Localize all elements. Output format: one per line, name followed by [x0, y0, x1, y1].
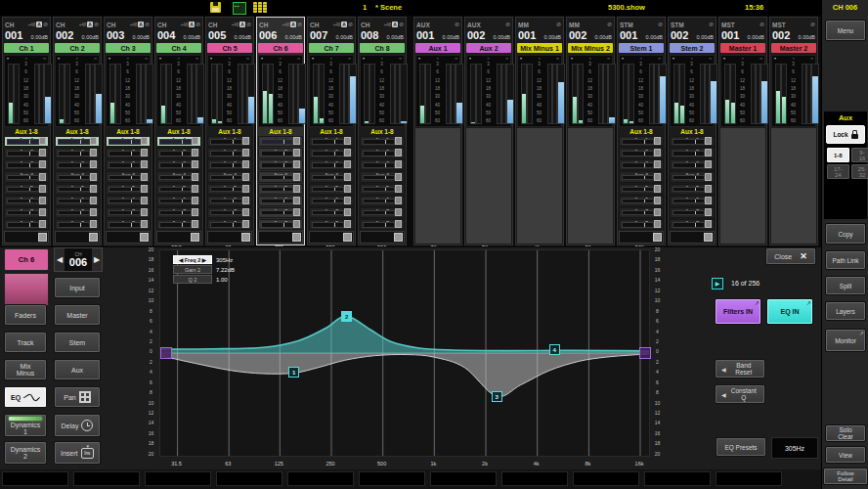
aux-send-row[interactable]: Aux 3: [156, 159, 201, 170]
aux-send-knob[interactable]: [344, 137, 351, 145]
channel-strip-ch007[interactable]: CH +48 A ⊘ 007 0.00dB Ch 7 ▾○▫▫ 36121830…: [307, 17, 356, 245]
aux-send-slider[interactable]: [159, 139, 192, 145]
aux-send-row[interactable]: Aux 4: [4, 171, 49, 182]
fader-display-box[interactable]: [501, 471, 568, 486]
aux-send-row[interactable]: Aux 5: [4, 184, 49, 195]
strip-name-label[interactable]: Ch 8: [360, 43, 405, 53]
save-icon[interactable]: [210, 2, 221, 13]
aux-send-slider[interactable]: [673, 151, 705, 156]
strip-name-label[interactable]: Master 1: [720, 43, 765, 53]
aux-send-row[interactable]: Aux 7: [670, 207, 715, 218]
close-button[interactable]: Close ✕: [765, 247, 816, 265]
previous-channel-button[interactable]: ◀: [55, 248, 65, 271]
channel-strip-ch002[interactable]: CH +48 A ⊘ 002 0.00dB Ch 2 ▾○▫▫ 36121830…: [53, 17, 102, 245]
eq-band-handle-2[interactable]: 2: [341, 311, 352, 322]
aux-send-knob[interactable]: [242, 160, 249, 168]
aux-send-knob[interactable]: [90, 149, 97, 156]
aux-send-knob[interactable]: [90, 137, 97, 145]
aux-send-row[interactable]: Aux 1: [360, 136, 405, 147]
channel-strip-ch004[interactable]: CH +48 A ⊘ 004 0.00dB Ch 4 ▾○▫▫ 36121830…: [154, 17, 203, 245]
eq-band-handle-3[interactable]: 3: [492, 391, 502, 402]
stem-button[interactable]: Stem: [54, 332, 101, 353]
aux-send-slider[interactable]: [108, 187, 141, 193]
next-channel-button[interactable]: ▶: [92, 248, 102, 271]
aux-send-row[interactable]: Aux 1: [258, 136, 303, 147]
aux-send-knob[interactable]: [141, 149, 148, 156]
aux-send-slider[interactable]: [159, 199, 192, 204]
aux-send-knob[interactable]: [654, 185, 661, 193]
aux-send-row[interactable]: Aux 2: [207, 148, 252, 158]
strip-name-label[interactable]: Stem 2: [670, 43, 715, 53]
aux-send-knob[interactable]: [344, 208, 351, 216]
aux-send-row[interactable]: Aux 1: [4, 136, 49, 147]
aux-send-slider[interactable]: [261, 210, 293, 216]
aux-send-slider[interactable]: [312, 175, 344, 181]
aux-send-slider[interactable]: [312, 151, 344, 156]
lf-filter-handle[interactable]: [160, 347, 172, 359]
aux-send-slider[interactable]: [108, 210, 141, 216]
aux-send-slider[interactable]: [673, 139, 705, 145]
aux-send-knob[interactable]: [192, 137, 198, 145]
aux-send-slider[interactable]: [622, 210, 654, 216]
mix-minus-button[interactable]: Mix Minus: [4, 359, 47, 380]
fader-knob[interactable]: [292, 233, 301, 242]
fader-display-box[interactable]: [430, 471, 497, 486]
strip-fader[interactable]: [207, 231, 252, 244]
aux-send-knob[interactable]: [242, 173, 249, 181]
aux-send-knob[interactable]: [395, 220, 402, 228]
aux-send-slider[interactable]: [210, 175, 242, 181]
aux-send-slider[interactable]: [7, 175, 39, 181]
aux-send-knob[interactable]: [39, 197, 46, 204]
aux-send-slider[interactable]: [159, 222, 192, 228]
fader-knob[interactable]: [140, 233, 149, 242]
eq-presets-button[interactable]: EQ Presets: [716, 437, 766, 457]
aux-send-slider[interactable]: [58, 199, 90, 204]
aux-send-slider[interactable]: [261, 162, 293, 168]
aux-send-knob[interactable]: [293, 160, 300, 168]
aux-send-knob[interactable]: [90, 173, 97, 181]
filters-in-button[interactable]: Filters IN ↗: [715, 298, 761, 325]
aux-send-slider[interactable]: [7, 139, 39, 145]
aux-send-knob[interactable]: [39, 173, 46, 181]
strip-name-label[interactable]: Master 2: [771, 43, 816, 53]
aux-send-knob[interactable]: [192, 173, 198, 181]
aux-send-row[interactable]: Aux 1: [670, 136, 715, 147]
aux-send-knob[interactable]: [395, 137, 402, 145]
fader-knob[interactable]: [343, 233, 352, 242]
aux-send-slider[interactable]: [363, 187, 395, 193]
aux-send-row[interactable]: Aux 5: [106, 184, 151, 195]
aux-send-slider[interactable]: [673, 187, 705, 193]
aux-send-row[interactable]: Aux 5: [619, 184, 664, 195]
aux-send-slider[interactable]: [210, 222, 242, 228]
aux-send-slider[interactable]: [159, 151, 192, 156]
aux-send-knob[interactable]: [705, 220, 712, 228]
aux-send-slider[interactable]: [58, 139, 90, 145]
aux-send-row[interactable]: Aux 3: [106, 159, 151, 170]
aux-send-row[interactable]: Aux 3: [670, 159, 715, 170]
aux-send-row[interactable]: Aux 7: [156, 207, 201, 218]
strip-name-label[interactable]: Mix Minus 1: [517, 43, 562, 53]
aux-send-row[interactable]: Aux 6: [619, 196, 664, 206]
aux-send-knob[interactable]: [39, 149, 46, 156]
aux-send-slider[interactable]: [210, 199, 242, 204]
aux-send-knob[interactable]: [395, 160, 402, 168]
aux-send-knob[interactable]: [654, 220, 661, 228]
solo-clear-button[interactable]: Solo Clear: [825, 424, 866, 442]
aux-send-row[interactable]: Aux 2: [106, 148, 151, 158]
aux-send-knob[interactable]: [141, 208, 148, 216]
channel-strip-mm002[interactable]: MM +48 A ⊘ 002 0.00dB Mix Minus 2 ▾○▫▫ 3…: [566, 17, 615, 245]
copy-button[interactable]: Copy: [825, 223, 866, 244]
aux-send-row[interactable]: Aux 8: [619, 219, 664, 230]
input-button[interactable]: Input: [54, 277, 101, 298]
aux-send-knob[interactable]: [395, 149, 402, 156]
aux-send-row[interactable]: Aux 8: [309, 219, 354, 230]
aux-send-slider[interactable]: [622, 162, 654, 168]
track-button[interactable]: Track: [4, 332, 47, 353]
aux-send-slider[interactable]: [312, 199, 344, 204]
channel-strip-ch003[interactable]: CH +48 A ⊘ 003 0.00dB Ch 3 ▾○▫▫ 36121830…: [104, 17, 152, 245]
aux-send-slider[interactable]: [108, 151, 141, 156]
strip-fader[interactable]: [258, 231, 303, 244]
strip-name-label[interactable]: Aux 1: [415, 43, 460, 53]
spill-button[interactable]: Spill: [825, 276, 866, 295]
aux-send-row[interactable]: Aux 6: [207, 196, 252, 206]
